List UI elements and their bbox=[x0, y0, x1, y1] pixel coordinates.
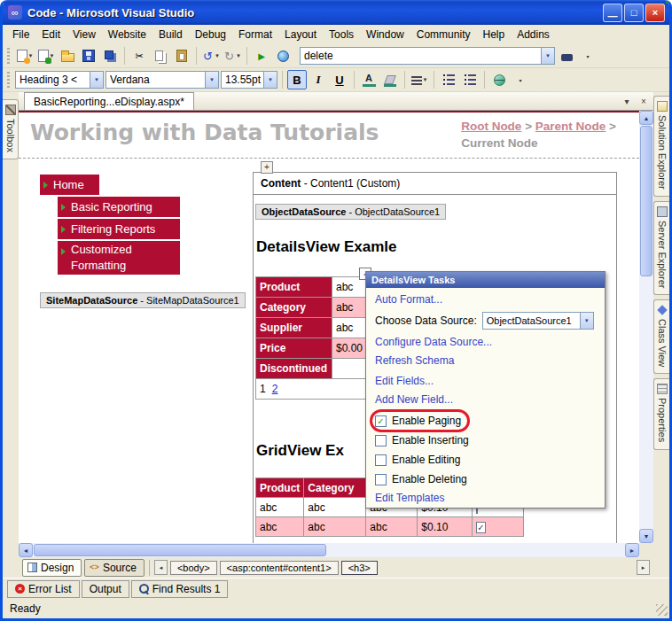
save-all-button[interactable] bbox=[100, 46, 120, 66]
menu-community[interactable]: Community bbox=[410, 26, 477, 43]
breadcrumb-root-link[interactable]: Root Node bbox=[461, 120, 521, 133]
undo-button[interactable]: ↺▼ bbox=[201, 46, 221, 66]
enable-editing-checkbox[interactable] bbox=[375, 454, 387, 466]
close-button[interactable]: × bbox=[645, 4, 665, 22]
tag-h3-button[interactable]: <h3> bbox=[341, 561, 378, 575]
find-results-icon bbox=[139, 584, 149, 594]
font-combobox[interactable]: Verdana ▼ bbox=[105, 71, 219, 89]
tag-nav-back-button[interactable]: ◂ bbox=[154, 560, 168, 575]
enable-paging-checkbox[interactable]: ✓ bbox=[375, 415, 387, 427]
menu-file[interactable]: File bbox=[6, 26, 35, 43]
nav-item-home[interactable]: Home bbox=[40, 175, 99, 195]
resize-grip[interactable] bbox=[656, 604, 668, 616]
document-list-dropdown[interactable]: ▾ bbox=[621, 97, 633, 106]
enable-deleting-checkbox[interactable] bbox=[375, 474, 387, 485]
tag-asp-content-button[interactable]: <asp:content#content1> bbox=[220, 561, 339, 575]
save-button[interactable] bbox=[79, 46, 98, 66]
redo-button[interactable]: ↻▼ bbox=[223, 46, 242, 66]
bullet-list-button[interactable] bbox=[460, 70, 480, 89]
chevron-down-icon[interactable]: ▼ bbox=[541, 48, 554, 64]
view-in-browser-button[interactable] bbox=[273, 46, 293, 66]
vertical-scroll-thumb[interactable] bbox=[640, 126, 652, 276]
menu-edit[interactable]: Edit bbox=[35, 26, 66, 43]
menu-layout[interactable]: Layout bbox=[278, 26, 323, 43]
cut-button[interactable]: ✂ bbox=[129, 46, 149, 66]
numbered-list-button[interactable] bbox=[439, 70, 458, 89]
move-handle-icon[interactable]: + bbox=[261, 161, 273, 174]
find-results-tab[interactable]: Find Results 1 bbox=[131, 580, 229, 598]
tag-body-button[interactable]: <body> bbox=[170, 561, 217, 575]
solution-explorer-tab[interactable]: Solution Explorer bbox=[653, 96, 669, 197]
nav-item-customized-formatting[interactable]: Customized Formatting bbox=[58, 241, 180, 275]
nav-item-basic-reporting[interactable]: Basic Reporting bbox=[58, 197, 180, 217]
hyperlink-button[interactable] bbox=[489, 70, 509, 89]
menu-view[interactable]: View bbox=[66, 26, 102, 43]
output-tab[interactable]: Output bbox=[82, 580, 129, 598]
alignment-button[interactable]: ▼ bbox=[410, 70, 429, 89]
horizontal-scroll-thumb[interactable] bbox=[34, 544, 326, 556]
scroll-up-button[interactable]: ▲ bbox=[639, 111, 653, 125]
scroll-right-button[interactable]: ► bbox=[625, 543, 639, 557]
menu-addins[interactable]: Addins bbox=[511, 26, 556, 43]
copy-button[interactable] bbox=[151, 46, 170, 66]
underline-button[interactable]: U bbox=[330, 70, 349, 89]
discontinued-checkbox[interactable]: ✓ bbox=[476, 522, 485, 533]
document-tab[interactable]: BasicReporting...eDisplay.aspx* bbox=[24, 92, 194, 110]
tag-nav-forward-button[interactable]: ▸ bbox=[637, 560, 650, 575]
toolbar-overflow-button[interactable]: ▾ bbox=[511, 70, 530, 89]
server-explorer-tab[interactable]: Server Explorer bbox=[653, 201, 669, 295]
font-color-button[interactable]: A bbox=[359, 70, 379, 89]
chevron-down-icon[interactable]: ▼ bbox=[205, 72, 218, 88]
scroll-left-button[interactable]: ◄ bbox=[19, 543, 33, 557]
enable-inserting-checkbox[interactable] bbox=[375, 435, 387, 446]
edit-templates-link[interactable]: Edit Templates bbox=[375, 492, 596, 504]
auto-format-link[interactable]: Auto Format... bbox=[375, 293, 596, 306]
sitemapdatasource-control[interactable]: SiteMapDataSource - SiteMapDataSource1 bbox=[40, 292, 246, 308]
paste-button[interactable] bbox=[172, 46, 191, 66]
paste-icon bbox=[176, 50, 187, 62]
highlight-button[interactable] bbox=[380, 70, 400, 89]
close-document-button[interactable]: × bbox=[637, 97, 650, 106]
chevron-down-icon[interactable]: ▼ bbox=[580, 313, 593, 329]
detailsview-control[interactable]: Product abc Category abc Supplier abc bbox=[255, 276, 374, 400]
design-view-tab[interactable]: Design bbox=[22, 559, 82, 577]
open-file-button[interactable] bbox=[58, 46, 77, 66]
find-in-files-button[interactable] bbox=[557, 46, 576, 66]
bold-button[interactable]: B bbox=[287, 70, 307, 89]
start-debug-button[interactable]: ▶ bbox=[252, 46, 271, 66]
find-combobox[interactable]: delete ▼ bbox=[300, 47, 555, 65]
menu-help[interactable]: Help bbox=[476, 26, 511, 43]
source-view-tab[interactable]: <> Source bbox=[84, 559, 145, 577]
chevron-down-icon[interactable]: ▼ bbox=[90, 72, 103, 88]
toolbar-overflow-button[interactable]: ▾ bbox=[578, 46, 598, 66]
class-view-tab[interactable]: Class View bbox=[653, 299, 669, 374]
properties-tab[interactable]: Properties bbox=[653, 378, 669, 449]
edit-fields-link[interactable]: Edit Fields... bbox=[375, 375, 596, 387]
style-combobox[interactable]: Heading 3 < ▼ bbox=[15, 71, 104, 89]
add-new-item-button[interactable]: ▼ bbox=[36, 46, 56, 66]
menu-website[interactable]: Website bbox=[102, 26, 152, 43]
italic-button[interactable]: I bbox=[309, 70, 328, 89]
objectdatasource-control[interactable]: ObjectDataSource - ObjectDataSource1 bbox=[255, 204, 446, 220]
refresh-schema-link[interactable]: Refresh Schema bbox=[375, 354, 596, 367]
menu-build[interactable]: Build bbox=[152, 26, 189, 43]
chevron-down-icon[interactable]: ▼ bbox=[263, 72, 277, 88]
breadcrumb-parent-link[interactable]: Parent Node bbox=[535, 120, 606, 133]
configure-data-source-link[interactable]: Configure Data Source... bbox=[375, 336, 596, 348]
toolbar-grip bbox=[7, 72, 10, 88]
menu-window[interactable]: Window bbox=[360, 26, 410, 43]
pager-page-2-link[interactable]: 2 bbox=[272, 383, 278, 395]
data-source-combobox[interactable]: ObjectDataSource1 ▼ bbox=[482, 312, 594, 330]
menu-format[interactable]: Format bbox=[232, 26, 278, 43]
error-list-tab[interactable]: × Error List bbox=[7, 580, 80, 598]
scroll-down-button[interactable]: ▼ bbox=[639, 529, 653, 543]
minimize-button[interactable]: — bbox=[603, 4, 622, 22]
font-size-combobox[interactable]: 13.55pt ▼ bbox=[221, 71, 277, 89]
nav-item-filtering-reports[interactable]: Filtering Reports bbox=[58, 219, 180, 239]
maximize-button[interactable]: □ bbox=[624, 4, 644, 22]
add-new-field-link[interactable]: Add New Field... bbox=[375, 393, 596, 406]
toolbox-tab[interactable]: Toolbox bbox=[3, 99, 19, 159]
menu-debug[interactable]: Debug bbox=[189, 26, 232, 43]
new-website-button[interactable]: ▼ bbox=[15, 46, 35, 66]
menu-tools[interactable]: Tools bbox=[323, 26, 360, 43]
